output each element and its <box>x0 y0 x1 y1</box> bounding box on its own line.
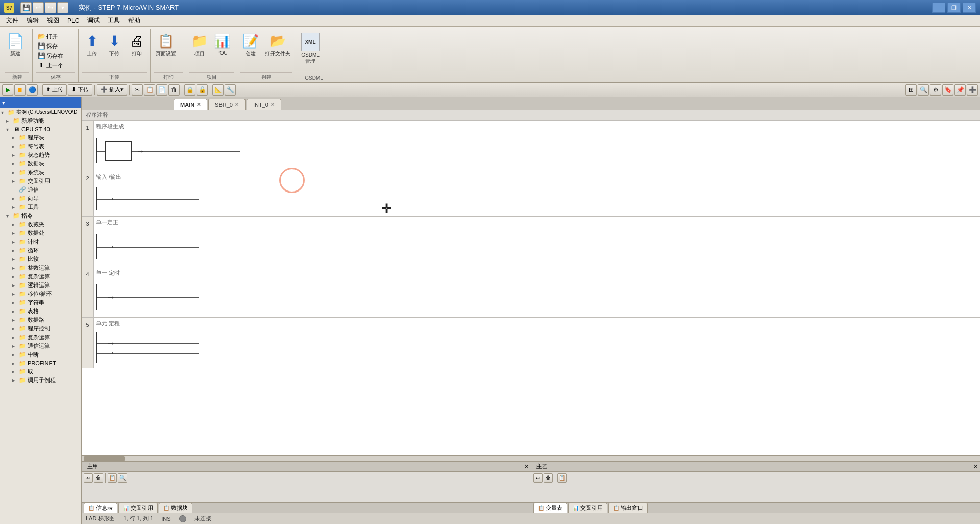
tree-item-interrupt[interactable]: ▸ 📁 通信运算 <box>0 342 81 350</box>
menu-help[interactable]: 帮助 <box>124 15 144 26</box>
gsdml-btn[interactable]: XML GSDML管理 <box>299 32 322 66</box>
stop-btn[interactable]: ⏹ <box>14 84 26 96</box>
download-small-btn[interactable]: ⬇ 下传 <box>68 84 92 96</box>
network-1-content[interactable]: 程序段生成 → <box>94 121 980 171</box>
view2-btn[interactable]: 🔍 <box>918 84 929 96</box>
tree-item-root[interactable]: ▾ 📁 实例 (C:\Users\LENOVO\D <box>0 108 81 116</box>
view4-btn[interactable]: 🔖 <box>942 84 953 96</box>
tree-item-favorites[interactable]: ▸ 📁 收藏夹 <box>0 220 81 229</box>
bl-btn1[interactable]: ↩ <box>84 473 93 483</box>
tree-item-program-block[interactable]: ▸ 📁 程序块 <box>0 133 81 142</box>
tab-int0-close[interactable]: ✕ <box>271 102 275 107</box>
tree-item-cpu[interactable]: ▾ 🖥 CPU ST-40 <box>0 125 81 133</box>
status-btn[interactable]: 🔵 <box>27 84 38 96</box>
tree-item-new-features[interactable]: ▸ 📁 新增功能 <box>0 116 81 125</box>
create-btn[interactable]: 📝 创建 <box>240 32 261 58</box>
bl-btn3[interactable]: 📋 <box>108 473 117 483</box>
menu-plc[interactable]: PLC <box>63 16 83 26</box>
tree-item-data-block[interactable]: ▸ 📁 数据块 <box>0 159 81 168</box>
tree-item-tools[interactable]: ▸ 📁 工具 <box>0 203 81 211</box>
tree-item-logic[interactable]: ▸ 📁 逻辑运算 <box>0 281 81 290</box>
save-as-btn[interactable]: 💾 另存在 <box>36 51 65 60</box>
ladder-scroll[interactable]: 程序注释 1 程序段生成 <box>82 110 980 455</box>
view6-btn[interactable]: ➕ <box>967 84 978 96</box>
cut-btn[interactable]: ✂ <box>132 84 143 96</box>
tab-sbr0-close[interactable]: ✕ <box>235 102 239 107</box>
pou-btn[interactable]: 📊 POU <box>212 32 232 57</box>
bl-btn2[interactable]: 🗑 <box>94 473 103 483</box>
menu-tools[interactable]: 工具 <box>104 15 124 26</box>
view3-btn[interactable]: ⚙ <box>930 84 941 96</box>
quick-redo-btn[interactable]: ↪ <box>45 2 56 13</box>
close-btn[interactable]: ✕ <box>963 3 976 13</box>
bottom-tab-xref2[interactable]: 📊 交叉引用 <box>568 503 607 513</box>
bottom-tab-info[interactable]: 📋 信息表 <box>84 503 117 513</box>
tab-sbr0[interactable]: SBR_0 ✕ <box>208 99 246 110</box>
bottom-tab-xref[interactable]: 📊 交叉引用 <box>118 503 158 513</box>
tab-main-close[interactable]: ✕ <box>197 102 201 107</box>
tree-item-profinet[interactable]: ▸ 📁 中断 <box>0 350 81 359</box>
menu-file[interactable]: 文件 <box>2 15 22 26</box>
restore-btn[interactable]: ❐ <box>947 3 961 13</box>
tree-item-wizard[interactable]: ▸ 📁 向导 <box>0 194 81 203</box>
h-scrollbar-thumb[interactable] <box>84 456 125 461</box>
minimize-btn[interactable]: ─ <box>932 3 945 13</box>
tree-item-table[interactable]: ▸ 📁 表格 <box>0 307 81 316</box>
tree-item-comms[interactable]: 🔗 通信 <box>0 185 81 194</box>
upload-btn[interactable]: ⬆ 上传 <box>82 32 102 58</box>
print-btn[interactable]: 🖨 打印 <box>127 32 147 58</box>
tree-item-timing[interactable]: ▸ 📁 计时 <box>0 237 81 246</box>
br-btn3[interactable]: 📋 <box>557 473 567 483</box>
config-btn[interactable]: 🔧 <box>225 84 236 96</box>
open-btn[interactable]: 📂 打开 <box>36 32 65 41</box>
project-btn[interactable]: 📁 项目 <box>189 32 210 58</box>
quick-save-btn[interactable]: 💾 <box>20 2 32 13</box>
open-folder-btn[interactable]: 📂 打开文件夹 <box>263 32 292 58</box>
tree-item-misc[interactable]: ▸ 📁 取 <box>0 367 81 376</box>
tree-item-system-block[interactable]: ▸ 📁 系统块 <box>0 168 81 177</box>
h-scrollbar[interactable] <box>82 455 980 461</box>
tree-item-data-path[interactable]: ▸ 📁 数据路 <box>0 316 81 324</box>
menu-edit[interactable]: 编辑 <box>22 15 43 26</box>
tree-item-counter[interactable]: ▸ 📁 循环 <box>0 246 81 255</box>
page-setup-btn[interactable]: 📋 页面设置 <box>154 32 178 58</box>
view5-btn[interactable]: 📌 <box>954 84 966 96</box>
tree-item-symbol-table[interactable]: ▸ 📁 符号表 <box>0 142 81 151</box>
tree-item-plc-control[interactable]: ▸ 📁 程序控制 <box>0 324 81 333</box>
paste-btn[interactable]: 📄 <box>156 84 167 96</box>
br-btn1[interactable]: ↩ <box>533 473 543 483</box>
copy-btn[interactable]: 📋 <box>144 84 155 96</box>
br-btn2[interactable]: 🗑 <box>544 473 553 483</box>
prop-btn[interactable]: 📐 <box>212 84 224 96</box>
tree-item-complex-math[interactable]: ▸ 📁 复杂运算 <box>0 272 81 281</box>
bl-btn4[interactable]: 🔍 <box>118 473 127 483</box>
tree-item-data-handling[interactable]: ▸ 📁 数据处 <box>0 229 81 237</box>
download-btn[interactable]: ⬇ 下传 <box>104 32 125 58</box>
save-btn[interactable]: 💾 保存 <box>36 41 65 51</box>
tree-item-int-math[interactable]: ▸ 📁 整数运算 <box>0 264 81 272</box>
new-btn[interactable]: 📄 新建 <box>5 32 26 58</box>
run-btn[interactable]: ▶ <box>2 84 13 96</box>
view1-btn[interactable]: ⊞ <box>905 84 917 96</box>
tree-item-compare[interactable]: ▸ 📁 比较 <box>0 255 81 264</box>
network-4-content[interactable]: 单一 定时 → <box>94 267 980 317</box>
lock-btn[interactable]: 🔒 <box>184 84 195 96</box>
quick-undo-btn[interactable]: ↩ <box>33 2 44 13</box>
bottom-tab-output[interactable]: 📋 输出窗口 <box>608 503 648 513</box>
tree-item-instructions[interactable]: ▾ 📁 指令 <box>0 211 81 220</box>
tab-main[interactable]: MAIN ✕ <box>174 99 207 110</box>
network-5-content[interactable]: 单元 定程 → → <box>94 318 980 368</box>
network-2-content[interactable]: 输入 /输出 → <box>94 171 980 216</box>
tree-item-comms-ops[interactable]: ▸ 📁 复杂运算 <box>0 333 81 342</box>
tab-int0[interactable]: INT_0 ✕ <box>247 99 281 110</box>
network-3-content[interactable]: 单一定正 → <box>94 217 980 267</box>
unlock-btn[interactable]: 🔓 <box>197 84 208 96</box>
quick-dropdown-btn[interactable]: ▾ <box>57 2 68 13</box>
upload-small-btn[interactable]: ⬆ 上传 <box>42 84 67 96</box>
bottom-tab-vars[interactable]: 📋 变量表 <box>533 503 567 513</box>
bottom-tab-data[interactable]: 📋 数据块 <box>159 503 192 513</box>
insert-btn[interactable]: ➕ 插入▾ <box>97 84 127 96</box>
tree-item-string[interactable]: ▸ 📁 字符串 <box>0 298 81 307</box>
menu-view[interactable]: 视图 <box>43 15 63 26</box>
bottom-right-close[interactable]: ✕ <box>973 463 978 470</box>
